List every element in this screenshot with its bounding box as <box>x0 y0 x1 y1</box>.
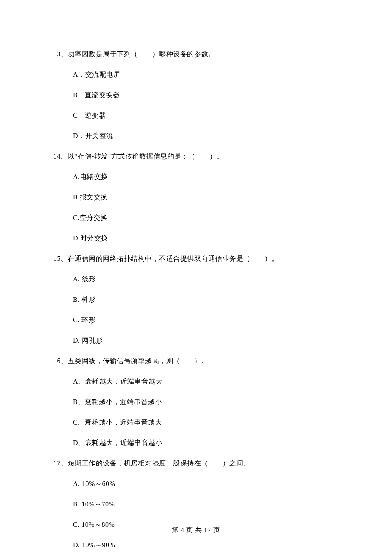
page-footer: 第 4 页 共 17 页 <box>0 525 392 535</box>
option-d: D、衰耗越大，近端串音越小 <box>73 438 339 448</box>
options-group: A.电路交换 B.报文交换 C.空分交换 D.时分交换 <box>53 172 339 243</box>
options-group: A. 线形 B. 树形 C. 环形 D. 网孔形 <box>53 274 339 346</box>
option-d: D．开关整流 <box>73 131 339 141</box>
option-d: D. 10%～90% <box>73 540 339 550</box>
question-15: 15、在通信网的网络拓扑结构中，不适合提供双向通信业务是（ ）。 A. 线形 B… <box>53 254 339 346</box>
option-a: A.电路交换 <box>73 172 339 182</box>
question-17: 17、短期工作的设备，机房相对湿度一般保持在（ ）之间。 A. 10%～60% … <box>53 458 339 550</box>
option-a: A. 10%～60% <box>73 479 339 489</box>
option-b: B. 10%～70% <box>73 499 339 509</box>
option-c: C、衰耗越小，近端串音越大 <box>73 417 339 428</box>
option-a: A．交流配电屏 <box>73 69 339 80</box>
option-b: B.报文交换 <box>73 192 339 202</box>
question-stem: 17、短期工作的设备，机房相对湿度一般保持在（ ）之间。 <box>53 458 339 468</box>
option-b: B．直流变换器 <box>73 90 339 100</box>
question-stem: 13、功率因数是属于下列（ ）哪种设备的参数。 <box>53 49 339 59</box>
question-13: 13、功率因数是属于下列（ ）哪种设备的参数。 A．交流配电屏 B．直流变换器 … <box>53 49 339 141</box>
option-a: A. 线形 <box>73 274 339 284</box>
option-b: B. 树形 <box>73 295 339 305</box>
options-group: A．交流配电屏 B．直流变换器 C．逆变器 D．开关整流 <box>53 69 339 141</box>
question-stem: 16、五类网线，传输信号频率越高，则（ ）。 <box>53 356 339 366</box>
question-16: 16、五类网线，传输信号频率越高，则（ ）。 A、衰耗越大，近端串音越大 B、衰… <box>53 356 339 448</box>
option-c: C. 环形 <box>73 315 339 325</box>
option-b: B、衰耗越小，近端串音越小 <box>73 397 339 407</box>
option-c: C．逆变器 <box>73 110 339 121</box>
option-a: A、衰耗越大，近端串音越大 <box>73 376 339 387</box>
option-d: D.时分交换 <box>73 233 339 243</box>
options-group: A、衰耗越大，近端串音越大 B、衰耗越小，近端串音越小 C、衰耗越小，近端串音越… <box>53 376 339 448</box>
page-content: 13、功率因数是属于下列（ ）哪种设备的参数。 A．交流配电屏 B．直流变换器 … <box>0 0 392 555</box>
option-c: C.空分交换 <box>73 213 339 223</box>
options-group: A. 10%～60% B. 10%～70% C. 10%～80% D. 10%～… <box>53 479 339 550</box>
question-stem: 15、在通信网的网络拓扑结构中，不适合提供双向通信业务是（ ）。 <box>53 254 339 264</box>
question-stem: 14、以"存储-转发"方式传输数据信息的是：（ ）。 <box>53 151 339 162</box>
option-d: D. 网孔形 <box>73 335 339 346</box>
question-14: 14、以"存储-转发"方式传输数据信息的是：（ ）。 A.电路交换 B.报文交换… <box>53 151 339 243</box>
